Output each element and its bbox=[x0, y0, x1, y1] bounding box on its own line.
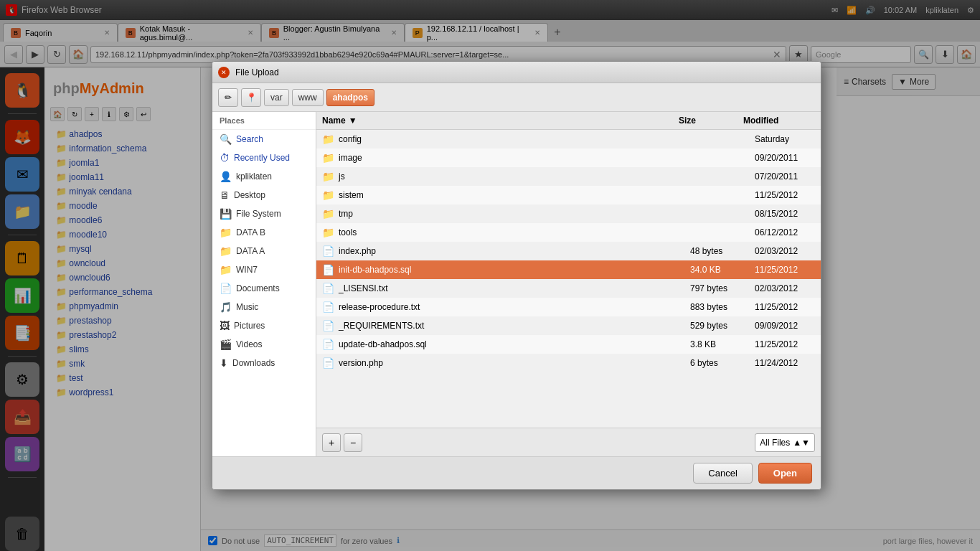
folder-icon-tmp: 📁 bbox=[322, 208, 334, 220]
places-panel: Places 🔍 Search ⏱ Recently Used 👤 kplikl… bbox=[212, 112, 316, 456]
file-label-config: config bbox=[339, 134, 362, 144]
file-icon-version: 📄 bbox=[322, 357, 334, 369]
dialog-body: Places 🔍 Search ⏱ Recently Used 👤 kplikl… bbox=[212, 112, 821, 456]
file-size-release: 883 bytes bbox=[684, 301, 749, 314]
file-icon-requirements: 📄 bbox=[322, 320, 334, 331]
breadcrumb-www[interactable]: www bbox=[292, 89, 324, 106]
file-name-tmp: 📁 tmp bbox=[316, 207, 684, 221]
file-label-version: version.php bbox=[339, 358, 383, 368]
col-size-label: Size bbox=[679, 116, 696, 126]
file-row-requirements[interactable]: 📄 _REQUIREMENTS.txt 529 bytes 09/09/2012 bbox=[316, 316, 821, 335]
places-videos-label: Videos bbox=[236, 339, 262, 349]
file-row-lisensi[interactable]: 📄 _LISENSI.txt 797 bytes 02/03/2012 bbox=[316, 279, 821, 298]
file-modified-tools: 06/12/2012 bbox=[749, 226, 821, 239]
file-name-lisensi: 📄 _LISENSI.txt bbox=[316, 281, 684, 296]
dialog-titlebar: ✕ File Upload bbox=[212, 62, 821, 83]
folder-icon-tools: 📁 bbox=[322, 227, 334, 238]
places-recently-used[interactable]: ⏱ Recently Used bbox=[212, 149, 316, 167]
file-row-image[interactable]: 📁 image 09/20/2011 bbox=[316, 149, 821, 167]
file-row-tmp[interactable]: 📁 tmp 08/15/2012 bbox=[316, 204, 821, 223]
file-name-release: 📄 release-procedure.txt bbox=[316, 300, 684, 314]
file-row-update-db[interactable]: 📄 update-db-ahadpos.sql 3.8 KB 11/25/201… bbox=[316, 335, 821, 354]
places-filesystem-label: File System bbox=[236, 209, 281, 219]
file-icon-update-db: 📄 bbox=[322, 339, 334, 350]
places-pictures[interactable]: 🖼 Pictures bbox=[212, 316, 316, 335]
file-size-sistem bbox=[684, 194, 749, 197]
file-row-index-php[interactable]: 📄 index.php 48 bytes 02/03/2012 bbox=[316, 242, 821, 260]
col-modified-header[interactable]: Modified bbox=[738, 112, 809, 129]
search-icon: 🔍 bbox=[220, 133, 232, 145]
breadcrumb-ahadpos[interactable]: ahadpos bbox=[326, 89, 374, 106]
file-size-requirements: 529 bytes bbox=[684, 319, 749, 332]
file-name-requirements: 📄 _REQUIREMENTS.txt bbox=[316, 319, 684, 333]
breadcrumb-var[interactable]: var bbox=[264, 89, 289, 106]
filetype-label: All Files bbox=[760, 438, 790, 448]
file-size-tmp bbox=[684, 212, 749, 215]
dialog-close-button[interactable]: ✕ bbox=[218, 67, 230, 78]
file-modified-tmp: 08/15/2012 bbox=[749, 207, 821, 220]
col-name-label: Name bbox=[322, 116, 346, 126]
file-row-js[interactable]: 📁 js 07/20/2011 bbox=[316, 167, 821, 186]
file-size-update-db: 3.8 KB bbox=[684, 338, 749, 351]
col-size-header[interactable]: Size bbox=[673, 112, 738, 129]
places-header: Places bbox=[212, 112, 316, 130]
places-datab-label: DATA B bbox=[236, 227, 265, 237]
dialog-title: File Upload bbox=[235, 67, 279, 77]
places-win7[interactable]: 📁 WIN7 bbox=[212, 260, 316, 279]
file-label-release: release-procedure.txt bbox=[339, 302, 420, 312]
cancel-button[interactable]: Cancel bbox=[693, 463, 752, 484]
file-label-requirements: _REQUIREMENTS.txt bbox=[339, 321, 424, 331]
places-dataa-label: DATA A bbox=[236, 246, 265, 256]
file-modified-lisensi: 02/03/2012 bbox=[749, 282, 821, 295]
datab-icon: 📁 bbox=[220, 227, 232, 238]
file-icon-lisensi: 📄 bbox=[322, 283, 334, 294]
filetype-dropdown[interactable]: All Files ▲▼ bbox=[755, 433, 815, 452]
file-row-release[interactable]: 📄 release-procedure.txt 883 bytes 11/25/… bbox=[316, 298, 821, 316]
file-label-js: js bbox=[339, 171, 345, 182]
places-search[interactable]: 🔍 Search bbox=[212, 130, 316, 149]
places-datab[interactable]: 📁 DATA B bbox=[212, 223, 316, 242]
file-row-config[interactable]: 📁 config Saturday bbox=[316, 130, 821, 149]
files-panel: Name ▼ Size Modified 📁 bbox=[316, 112, 821, 456]
places-music[interactable]: 🎵 Music bbox=[212, 298, 316, 316]
file-name-js: 📁 js bbox=[316, 169, 684, 184]
dialog-buttons: Cancel Open bbox=[212, 456, 821, 489]
col-name-sort-icon: ▼ bbox=[349, 116, 357, 126]
col-name-header[interactable]: Name ▼ bbox=[316, 112, 673, 129]
file-modified-update-db: 11/25/2012 bbox=[749, 338, 821, 351]
file-name-config: 📁 config bbox=[316, 132, 684, 146]
folder-icon-sistem: 📁 bbox=[322, 189, 334, 201]
open-button[interactable]: Open bbox=[758, 463, 812, 484]
file-size-init-db: 34.0 KB bbox=[684, 263, 749, 276]
places-search-label: Search bbox=[236, 134, 263, 144]
file-modified-release: 11/25/2012 bbox=[749, 301, 821, 314]
file-name-init-db: 📄 init-db-ahadpos.sql bbox=[316, 263, 684, 277]
file-row-init-db[interactable]: 📄 init-db-ahadpos.sql 34.0 KB 11/25/2012 bbox=[316, 260, 821, 279]
videos-icon: 🎬 bbox=[220, 339, 232, 350]
dialog-nav-location[interactable]: 📍 bbox=[241, 88, 261, 107]
filesystem-icon: 💾 bbox=[220, 208, 232, 220]
dialog-nav-pencil[interactable]: ✏ bbox=[218, 88, 238, 107]
folder-icon-config: 📁 bbox=[322, 133, 334, 145]
places-videos[interactable]: 🎬 Videos bbox=[212, 335, 316, 354]
file-size-lisensi: 797 bytes bbox=[684, 282, 749, 295]
places-filesystem[interactable]: 💾 File System bbox=[212, 204, 316, 223]
places-downloads[interactable]: ⬇ Downloads bbox=[212, 354, 316, 372]
documents-icon: 📄 bbox=[220, 283, 232, 294]
places-desktop[interactable]: 🖥 Desktop bbox=[212, 186, 316, 204]
file-label-index-php: index.php bbox=[339, 246, 376, 256]
add-bookmark-button[interactable]: + bbox=[322, 433, 341, 452]
file-row-tools[interactable]: 📁 tools 06/12/2012 bbox=[316, 223, 821, 242]
file-row-version[interactable]: 📄 version.php 6 bytes 11/24/2012 bbox=[316, 354, 821, 372]
file-row-sistem[interactable]: 📁 sistem 11/25/2012 bbox=[316, 186, 821, 204]
places-kpliklaten[interactable]: 👤 kpliklaten bbox=[212, 167, 316, 186]
folder-icon-js: 📁 bbox=[322, 171, 334, 182]
file-size-image bbox=[684, 156, 749, 159]
file-size-config bbox=[684, 138, 749, 141]
remove-bookmark-button[interactable]: − bbox=[344, 433, 362, 452]
file-name-sistem: 📁 sistem bbox=[316, 188, 684, 202]
files-header: Name ▼ Size Modified bbox=[316, 112, 821, 130]
places-documents[interactable]: 📄 Documents bbox=[212, 279, 316, 298]
places-dataa[interactable]: 📁 DATA A bbox=[212, 242, 316, 260]
file-size-index-php: 48 bytes bbox=[684, 245, 749, 258]
